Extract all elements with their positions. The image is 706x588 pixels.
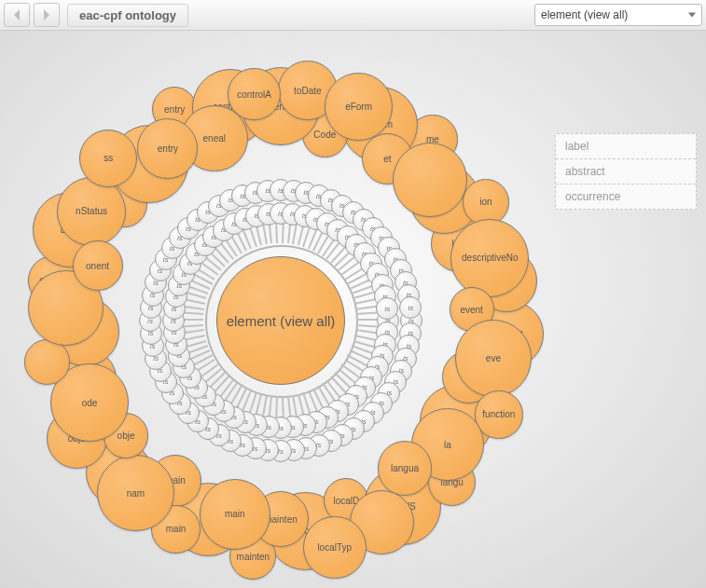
forward-button[interactable] xyxy=(34,3,60,27)
back-button[interactable] xyxy=(4,3,30,27)
chevron-right-icon xyxy=(42,9,51,21)
graph-node-label: main xyxy=(225,509,245,519)
graph-node-label: ss xyxy=(104,153,113,163)
graph-node-label: ion xyxy=(479,197,491,207)
info-row-label[interactable]: label xyxy=(556,134,696,159)
graph-canvas[interactable]: label abstract occurrence element (view … xyxy=(0,31,706,588)
graph-node[interactable]: main xyxy=(200,479,270,550)
center-node[interactable]: element (view all) xyxy=(216,256,345,385)
graph-node-label: eneal xyxy=(203,133,226,144)
graph-node[interactable]: eve xyxy=(455,320,533,397)
toolbar: eac-cpf ontology element (view all) xyxy=(0,0,706,31)
graph-node-label: entry xyxy=(158,144,178,154)
graph-node-label: onent xyxy=(86,261,109,271)
view-select-value: element (view all) xyxy=(541,8,628,21)
info-row-abstract[interactable]: abstract xyxy=(556,159,696,185)
graph-node-label: main xyxy=(166,524,187,534)
graph-node-label: entry xyxy=(164,104,185,115)
info-panel: label abstract occurrence xyxy=(555,133,697,210)
graph-node[interactable]: eForm xyxy=(325,73,393,141)
graph-node-label: descriptiveNo xyxy=(462,253,519,263)
graph-node-label: la xyxy=(444,440,451,450)
graph-node-label: controlA xyxy=(237,89,271,100)
graph-node-label: function xyxy=(482,409,515,419)
info-row-occurrence[interactable]: occurrence xyxy=(556,185,696,209)
page-title: eac-cpf ontology xyxy=(67,4,188,27)
graph-node[interactable]: nam xyxy=(97,455,173,531)
graph-node-label: mainten xyxy=(237,552,270,562)
graph-node[interactable]: localTyp xyxy=(303,516,367,580)
graph-node[interactable]: onent xyxy=(73,240,123,291)
graph-node[interactable]: function xyxy=(475,390,522,438)
graph-node-label: toDate xyxy=(294,86,321,96)
graph-node[interactable] xyxy=(24,339,70,385)
graph-node-label: Code xyxy=(313,130,336,140)
graph-node-label: event xyxy=(460,305,482,315)
graph-node[interactable]: descriptiveNo xyxy=(450,219,529,297)
graph-node-label: nam xyxy=(127,488,145,499)
graph-node[interactable]: nStatus xyxy=(57,177,126,246)
graph-node-label: obje xyxy=(118,431,135,441)
center-node-label: element (view all) xyxy=(227,313,336,329)
graph-node-label: nStatus xyxy=(76,206,107,216)
graph-node-label: eve xyxy=(486,353,501,363)
graph-node-label: eForm xyxy=(345,102,372,112)
chevron-left-icon xyxy=(12,9,21,21)
graph-node[interactable]: langua xyxy=(378,441,433,496)
graph-node-label: localTyp xyxy=(317,542,352,553)
graph-node[interactable]: entry xyxy=(137,118,198,179)
graph-node-label: et xyxy=(383,154,391,164)
graph-node[interactable] xyxy=(393,143,467,217)
graph-node[interactable]: ss xyxy=(79,130,137,187)
graph-node-label: langua xyxy=(391,463,419,473)
view-select[interactable]: element (view all) xyxy=(534,4,702,26)
graph-node-label: ode xyxy=(82,398,98,408)
